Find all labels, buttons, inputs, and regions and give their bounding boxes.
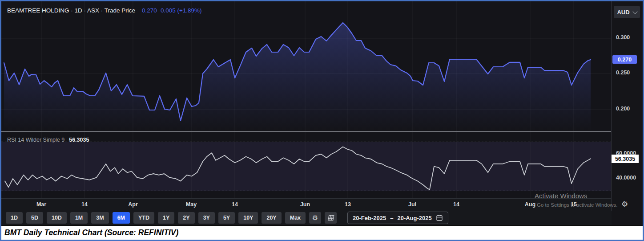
price-legend: BEAMTREE HOLDING · 1D · ASX · Trade Pric… bbox=[7, 7, 202, 14]
time-axis-label: Apr bbox=[128, 201, 138, 208]
range-button-1m[interactable]: 1M bbox=[70, 212, 88, 224]
data-grid-button[interactable] bbox=[325, 212, 337, 224]
range-button-5d[interactable]: 5D bbox=[26, 212, 43, 224]
rsi-value-badge: 56.3035 bbox=[612, 155, 639, 163]
date-from: 20-Feb-2025 bbox=[353, 215, 386, 221]
time-axis-label: Jun bbox=[300, 201, 310, 208]
gear-icon: ⚙ bbox=[312, 214, 318, 222]
activate-windows-subtext: Go to Settings to activate Windows. bbox=[537, 202, 618, 208]
price-area-fill bbox=[4, 23, 591, 131]
price-axis-label: 0.200 bbox=[616, 106, 630, 112]
caption-bar: BMT Daily Technical Chart (Source: REFIN… bbox=[1, 225, 643, 240]
range-button-2y[interactable]: 2Y bbox=[178, 212, 194, 224]
rsi-indicator-label: RSI 14 Wilder Simple 9 bbox=[7, 137, 64, 143]
price-scale[interactable]: AUD ⚙ 0.3000.2500.2000.27060.000040.0000… bbox=[612, 1, 643, 225]
range-toolbar: 1D5D10D1M3M6MYTD1Y2Y3Y5Y10Y20YMax ⚙ 20-F… bbox=[1, 211, 611, 225]
range-button-1d[interactable]: 1D bbox=[6, 212, 23, 224]
time-axis-label: 14 bbox=[453, 201, 459, 208]
time-axis-label: 14 bbox=[81, 201, 88, 208]
chart-settings-button[interactable]: ⚙ bbox=[309, 212, 321, 224]
time-axis-label: May bbox=[186, 201, 197, 208]
activate-windows-watermark: Activate Windows bbox=[535, 192, 587, 200]
rsi-legend: RSI 14 Wilder Simple 956.3035 bbox=[7, 137, 89, 143]
price-axis-label: 0.300 bbox=[616, 34, 630, 41]
range-button-max[interactable]: Max bbox=[285, 212, 306, 224]
price-change-value: 0.005 (+1.89%) bbox=[161, 7, 202, 14]
scale-settings-gear-icon[interactable]: ⚙ bbox=[621, 200, 628, 209]
chart-caption: BMT Daily Technical Chart (Source: REFIN… bbox=[4, 228, 178, 237]
range-button-3y[interactable]: 3Y bbox=[198, 212, 215, 224]
currency-selector[interactable]: AUD bbox=[614, 6, 640, 18]
grid-sheet-icon bbox=[327, 215, 334, 221]
technical-chart-window: BEAMTREE HOLDING · 1D · ASX · Trade Pric… bbox=[0, 0, 644, 241]
range-button-3m[interactable]: 3M bbox=[91, 212, 109, 224]
rsi-value: 56.3035 bbox=[69, 137, 89, 143]
range-button-10y[interactable]: 10Y bbox=[238, 212, 258, 224]
date-to: 20-Aug-2025 bbox=[397, 215, 431, 221]
last-price-value: 0.270 bbox=[142, 7, 157, 14]
rsi-band bbox=[1, 142, 612, 191]
symbol-title: BEAMTREE HOLDING · 1D · ASX · Trade Pric… bbox=[7, 7, 135, 14]
price-pane[interactable] bbox=[1, 1, 612, 131]
currency-label: AUD bbox=[617, 9, 629, 16]
gear-icon: ⚙ bbox=[621, 200, 628, 208]
range-button-6m[interactable]: 6M bbox=[113, 212, 130, 224]
range-button-5y[interactable]: 5Y bbox=[218, 212, 235, 224]
range-button-20y[interactable]: 20Y bbox=[262, 212, 281, 224]
calendar-icon bbox=[436, 214, 443, 221]
rsi-axis-label: 40.0000 bbox=[616, 175, 636, 181]
time-axis-label: 14 bbox=[232, 201, 238, 208]
last-price-badge: 0.270 bbox=[612, 55, 637, 64]
date-range-dash: – bbox=[390, 215, 393, 221]
chevron-down-icon bbox=[632, 9, 637, 14]
range-button-ytd[interactable]: YTD bbox=[133, 212, 154, 224]
time-axis-label: Jul bbox=[408, 201, 416, 208]
chart-area: BEAMTREE HOLDING · 1D · ASX · Trade Pric… bbox=[1, 1, 643, 225]
price-axis-label: 0.250 bbox=[616, 69, 630, 76]
time-axis-label: Aug bbox=[525, 201, 535, 208]
range-button-1y[interactable]: 1Y bbox=[158, 212, 174, 224]
pane-separator[interactable] bbox=[1, 131, 643, 132]
range-button-10d[interactable]: 10D bbox=[47, 212, 67, 224]
time-axis-label: 13 bbox=[345, 201, 351, 208]
time-axis[interactable]: Mar14AprMay14Jun13Jul14Aug15 bbox=[1, 199, 611, 211]
date-range-picker[interactable]: 20-Feb-2025 – 20-Aug-2025 bbox=[347, 212, 448, 224]
rsi-pane[interactable] bbox=[1, 132, 612, 199]
time-axis-label: Mar bbox=[36, 201, 46, 208]
